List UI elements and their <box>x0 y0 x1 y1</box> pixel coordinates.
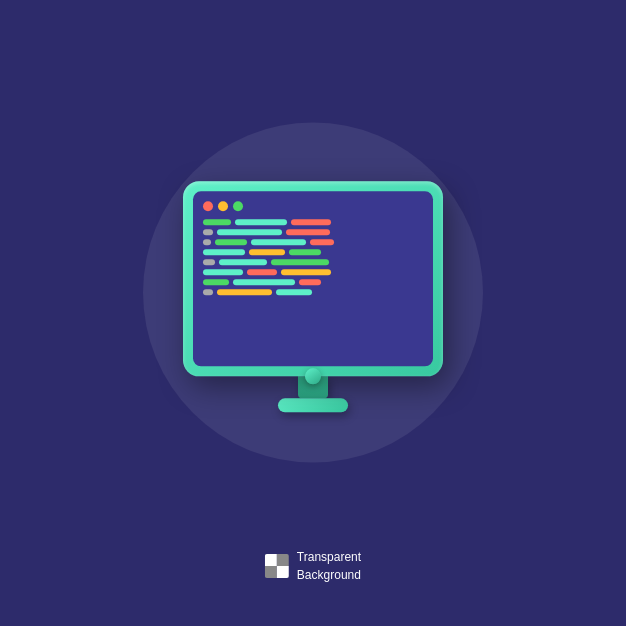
checker-cell-white <box>265 554 277 566</box>
monitor-wrapper <box>183 181 443 412</box>
transparent-label: Transparent <box>297 548 361 566</box>
code-bar <box>276 289 312 295</box>
code-bar <box>203 269 243 275</box>
code-row <box>203 219 423 225</box>
code-bar <box>289 249 321 255</box>
stand-circle <box>305 368 321 384</box>
code-bar <box>249 249 285 255</box>
monitor-screen <box>193 191 433 366</box>
code-bar <box>203 249 245 255</box>
code-bar <box>219 259 267 265</box>
traffic-lights <box>203 201 423 211</box>
code-lines <box>203 219 423 295</box>
monitor-body <box>183 181 443 376</box>
transparent-bg-indicator: Transparent Background <box>265 548 361 584</box>
code-bar <box>203 289 213 295</box>
scene: Transparent Background <box>0 0 626 626</box>
code-bar <box>203 239 211 245</box>
code-row <box>203 289 423 295</box>
code-row <box>203 279 423 285</box>
code-row <box>203 259 423 265</box>
stand-base <box>278 398 348 412</box>
code-bar <box>203 279 229 285</box>
code-row <box>203 229 423 235</box>
code-bar <box>215 239 247 245</box>
code-bar <box>217 289 272 295</box>
background-label: Background <box>297 566 361 584</box>
code-row <box>203 249 423 255</box>
code-bar <box>235 219 287 225</box>
code-bar <box>203 229 213 235</box>
code-bar <box>281 269 331 275</box>
checker-icon <box>265 554 289 578</box>
code-bar <box>233 279 295 285</box>
transparent-bg-text: Transparent Background <box>297 548 361 584</box>
checker-cell-dark <box>265 566 277 578</box>
code-bar <box>251 239 306 245</box>
checker-cell-white <box>277 566 289 578</box>
code-bar <box>271 259 329 265</box>
code-row <box>203 239 423 245</box>
checker-cell-dark <box>277 554 289 566</box>
code-bar <box>299 279 321 285</box>
code-bar <box>310 239 334 245</box>
dot-green <box>233 201 243 211</box>
code-row <box>203 269 423 275</box>
dot-red <box>203 201 213 211</box>
code-bar <box>217 229 282 235</box>
dot-yellow <box>218 201 228 211</box>
code-bar <box>203 259 215 265</box>
code-bar <box>247 269 277 275</box>
code-bar <box>286 229 330 235</box>
code-bar <box>203 219 231 225</box>
code-bar <box>291 219 331 225</box>
